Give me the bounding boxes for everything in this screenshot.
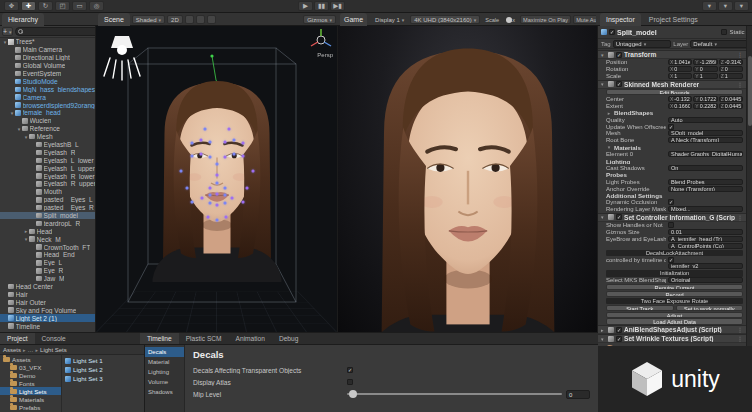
component-header[interactable]: Set Controller Information_G (Script) bbox=[598, 213, 746, 222]
face-control-point[interactable] bbox=[223, 202, 226, 205]
project-folder[interactable]: Assets bbox=[0, 355, 61, 363]
tag-dropdown[interactable]: Untagged bbox=[613, 40, 672, 48]
checkbox[interactable] bbox=[668, 124, 674, 130]
inspector-button[interactable]: Set to work normally bbox=[676, 305, 744, 311]
hierarchy-item[interactable]: Neck_M bbox=[0, 235, 95, 243]
project-file[interactable]: Light Set 3 bbox=[62, 374, 144, 383]
shading-mode-dropdown[interactable]: Shaded bbox=[132, 15, 165, 24]
tab-scene[interactable]: Scene bbox=[98, 13, 130, 26]
face-control-point[interactable] bbox=[201, 197, 204, 200]
hierarchy-item[interactable]: EyelashB_L bbox=[0, 141, 95, 149]
hierarchy-item[interactable]: Head_End bbox=[0, 251, 95, 259]
face-control-point[interactable] bbox=[225, 215, 228, 218]
vector-x-field[interactable]: X-0.132877 bbox=[668, 96, 692, 102]
inspector-button[interactable]: Load Adjust Data bbox=[606, 318, 743, 324]
face-control-point[interactable] bbox=[216, 173, 219, 176]
hierarchy-item[interactable]: Reference bbox=[0, 125, 95, 133]
vector-y-field[interactable]: Y0 bbox=[693, 66, 717, 72]
scene-face-model[interactable] bbox=[142, 72, 292, 282]
vector-y-field[interactable]: Y0.172228 bbox=[693, 96, 717, 102]
component-menu-icon[interactable] bbox=[737, 51, 743, 58]
hierarchy-item[interactable]: Jaw_M bbox=[0, 275, 95, 283]
breadcrumb-item[interactable]: Assets bbox=[3, 347, 21, 353]
component-enabled-checkbox[interactable] bbox=[616, 214, 622, 220]
inspector-button[interactable]: Edit Bounds bbox=[606, 89, 743, 95]
face-control-point[interactable] bbox=[223, 141, 226, 144]
hierarchy-item[interactable]: Mouth bbox=[0, 188, 95, 196]
foldout-arrow-icon[interactable] bbox=[601, 336, 606, 342]
hierarchy-item[interactable]: EventSystem bbox=[0, 70, 95, 78]
checkbox[interactable] bbox=[668, 222, 674, 228]
scene-effects-toggle-icon[interactable] bbox=[207, 15, 216, 24]
field-value[interactable]: Auto bbox=[668, 117, 743, 123]
project-folder[interactable]: Fonts bbox=[0, 379, 61, 387]
component-header[interactable]: Skinned Mesh Renderer bbox=[598, 80, 746, 89]
face-control-point[interactable] bbox=[241, 155, 244, 158]
face-control-point[interactable] bbox=[241, 201, 244, 204]
face-control-point[interactable] bbox=[199, 139, 202, 142]
face-control-point[interactable] bbox=[241, 142, 244, 145]
tab-console[interactable]: Console bbox=[35, 333, 73, 344]
hierarchy-item[interactable]: female_head bbox=[0, 109, 95, 117]
face-control-point[interactable] bbox=[232, 139, 235, 142]
field-value[interactable]: Blend Probes bbox=[668, 179, 743, 185]
game-toolbar-button[interactable]: Mute Audio bbox=[573, 15, 596, 24]
scale-tool[interactable]: ◰ bbox=[55, 1, 70, 11]
field-value[interactable]: Mixed... bbox=[668, 206, 743, 212]
inspector-button[interactable]: Start Track bbox=[606, 305, 674, 311]
hierarchy-item[interactable]: Eyelash_L_upper_1 bbox=[0, 164, 95, 172]
face-control-point[interactable] bbox=[216, 182, 219, 185]
hierarchy-item[interactable]: Eyelash_L_lower_1 bbox=[0, 156, 95, 164]
face-control-point[interactable] bbox=[216, 163, 219, 166]
hierarchy-item[interactable]: Eyelash_R bbox=[0, 148, 95, 156]
hierarchy-item[interactable]: teardropL_R bbox=[0, 219, 95, 227]
project-folder[interactable]: Prefabs bbox=[0, 403, 61, 411]
field-value[interactable]: jennifer_v2 bbox=[668, 263, 743, 269]
project-folder[interactable]: Materials bbox=[0, 395, 61, 403]
hierarchy-item[interactable]: Eye_R bbox=[0, 267, 95, 275]
face-control-point[interactable] bbox=[190, 142, 193, 145]
scene-view[interactable]: Persp bbox=[96, 26, 338, 332]
project-folder[interactable]: Light Sets bbox=[0, 387, 61, 395]
static-checkbox[interactable] bbox=[721, 29, 727, 35]
field-value[interactable]: SQplt_model bbox=[668, 130, 743, 136]
resolution-dropdown[interactable]: 4K UHD (3840x2160) bbox=[410, 15, 480, 24]
active-checkbox[interactable] bbox=[609, 29, 615, 35]
face-control-point[interactable] bbox=[252, 169, 255, 172]
hierarchy-item[interactable]: Main Camera bbox=[0, 46, 95, 54]
scene-gizmos-dropdown[interactable]: Gizmos bbox=[303, 15, 336, 24]
hierarchy-item[interactable]: MqN_hass_blendshapes bbox=[0, 85, 95, 93]
component-enabled-checkbox[interactable] bbox=[616, 81, 622, 87]
settings-nav-item[interactable]: Material bbox=[145, 357, 184, 367]
game-toolbar-button[interactable]: Maximize On Play bbox=[520, 15, 571, 24]
vector-z-field[interactable]: Z0 bbox=[719, 66, 743, 72]
hierarchy-item[interactable]: Eyelash_R_lower_1 bbox=[0, 172, 95, 180]
hierarchy-item[interactable]: Wucien bbox=[0, 117, 95, 125]
face-control-point[interactable] bbox=[246, 186, 249, 189]
perspective-label[interactable]: Persp bbox=[317, 52, 333, 58]
foldout-arrow-icon[interactable] bbox=[601, 52, 606, 58]
face-control-point[interactable] bbox=[216, 192, 219, 195]
component-menu-icon[interactable] bbox=[737, 335, 743, 342]
hierarchy-item[interactable]: Camera bbox=[0, 93, 95, 101]
hierarchy-item[interactable]: CrownTooth_FT bbox=[0, 243, 95, 251]
checkbox[interactable] bbox=[668, 257, 674, 263]
foldout-arrow-icon[interactable] bbox=[601, 81, 606, 87]
inspector-button[interactable]: Require Current bbox=[606, 284, 743, 290]
project-file[interactable]: Light Set 1 bbox=[62, 356, 144, 365]
transform-tool[interactable]: ◎ bbox=[89, 1, 104, 11]
mip-level-slider[interactable] bbox=[347, 393, 562, 395]
foldout-arrow-icon[interactable] bbox=[601, 327, 606, 333]
breadcrumb-item[interactable]: Light Sets bbox=[40, 347, 67, 353]
hand-tool[interactable]: ✥ bbox=[4, 1, 19, 11]
vector-z-field[interactable]: Z0.044507 bbox=[719, 96, 743, 102]
face-control-point[interactable] bbox=[208, 193, 211, 196]
tab-animation[interactable]: Animation bbox=[229, 333, 272, 344]
step-button[interactable]: ▶▮ bbox=[330, 1, 345, 11]
field-value[interactable]: A_jennifer_head (Tr) bbox=[668, 236, 743, 242]
face-control-point[interactable] bbox=[199, 152, 202, 155]
component-header[interactable]: Transform bbox=[598, 50, 746, 59]
face-control-point[interactable] bbox=[204, 127, 207, 130]
scrollbar-thumb[interactable] bbox=[748, 56, 752, 126]
face-control-point[interactable] bbox=[208, 186, 211, 189]
